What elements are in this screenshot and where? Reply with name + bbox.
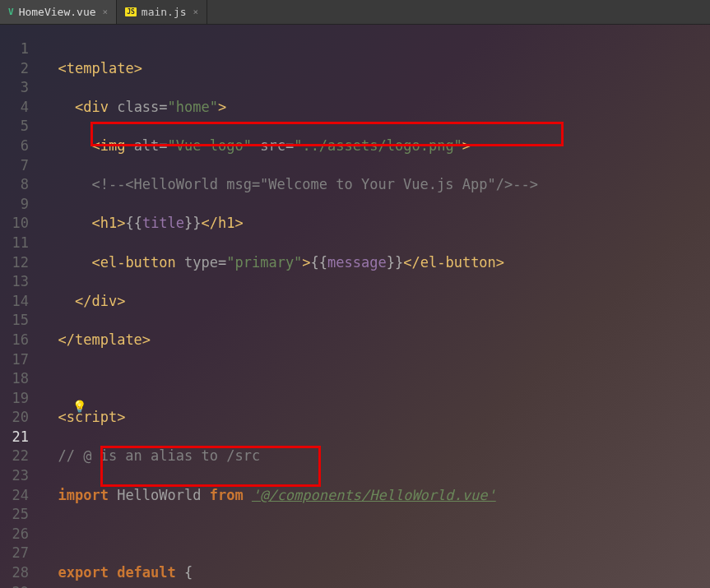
line-number: 6 xyxy=(0,137,29,156)
line-number: 15 xyxy=(0,311,29,331)
close-icon[interactable]: × xyxy=(193,7,199,17)
line-number: 20 xyxy=(0,408,29,428)
code-line: // @ is an alias to /src xyxy=(41,447,710,466)
line-number: 18 xyxy=(0,369,29,389)
line-number: 1 xyxy=(0,39,29,59)
tab-mainjs[interactable]: JS main.js × xyxy=(117,0,207,24)
line-number: 13 xyxy=(0,272,29,292)
line-number: 17 xyxy=(0,350,29,370)
code-line: </template> xyxy=(41,331,710,350)
code-line: <div class="home"> xyxy=(41,98,710,118)
line-number: 24 xyxy=(0,486,29,506)
line-number: 16 xyxy=(0,331,29,350)
line-number: 2 xyxy=(0,59,29,79)
code-line xyxy=(41,525,710,544)
line-number: 23 xyxy=(0,466,29,486)
lightbulb-icon[interactable]: 💡 xyxy=(72,400,86,413)
code-line: <script> xyxy=(41,408,710,428)
vue-icon: V xyxy=(8,7,14,17)
tab-homeview[interactable]: V HomeView.vue × xyxy=(0,0,117,24)
code-line: import HelloWorld from '@/components/Hel… xyxy=(41,486,710,506)
editor: 1 2 3 4 5 6 7 8 9 10 11 12 13 14 15 16 1… xyxy=(0,25,710,588)
line-number: 22 xyxy=(0,447,29,466)
line-number: 9 xyxy=(0,195,29,215)
tab-label: main.js xyxy=(142,6,187,18)
code-line: <!--<HelloWorld msg="Welcome to Your Vue… xyxy=(41,175,710,195)
code-area[interactable]: <template> <div class="home"> <img alt="… xyxy=(41,25,710,588)
line-number: 3 xyxy=(0,78,29,98)
line-number: 10 xyxy=(0,214,29,234)
tab-label: HomeView.vue xyxy=(19,6,96,18)
line-number: 19 xyxy=(0,389,29,409)
code-line xyxy=(41,369,710,389)
code-line: <img alt="Vue logo" src="../assets/logo.… xyxy=(41,137,710,156)
line-number: 26 xyxy=(0,525,29,544)
code-line: <h1>{{title}}</h1> xyxy=(41,214,710,234)
code-line: <el-button type="primary">{{message}}</e… xyxy=(41,253,710,273)
line-number: 29 xyxy=(0,583,29,588)
line-number: 27 xyxy=(0,544,29,563)
line-number: 11 xyxy=(0,234,29,253)
line-number: 12 xyxy=(0,253,29,273)
line-number: 5 xyxy=(0,117,29,137)
js-icon: JS xyxy=(125,7,137,16)
line-gutter: 1 2 3 4 5 6 7 8 9 10 11 12 13 14 15 16 1… xyxy=(0,25,41,588)
close-icon[interactable]: × xyxy=(103,7,109,17)
code-line: </div> xyxy=(41,292,710,312)
code-line: export default { xyxy=(41,563,710,583)
line-number: 21 xyxy=(0,428,29,447)
line-number: 4 xyxy=(0,98,29,118)
line-number: 28 xyxy=(0,563,29,583)
line-number: 14 xyxy=(0,292,29,312)
line-number: 7 xyxy=(0,156,29,176)
tab-bar: V HomeView.vue × JS main.js × xyxy=(0,0,710,25)
line-number: 25 xyxy=(0,505,29,525)
line-number: 8 xyxy=(0,175,29,195)
code-line: <template> xyxy=(41,59,710,79)
